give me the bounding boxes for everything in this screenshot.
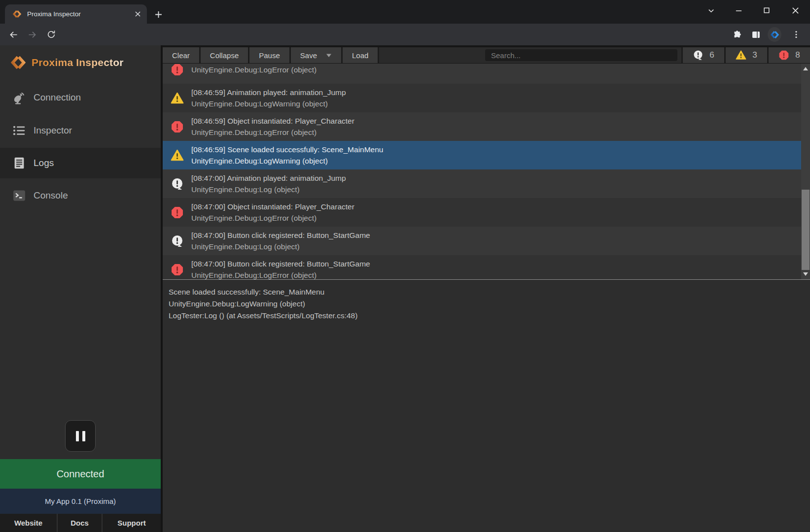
error-octagon-icon — [171, 206, 184, 219]
log-message: [08:47:00] Object instantiated: Player_C… — [191, 201, 801, 212]
brand: Proxima Inspector — [11, 55, 124, 70]
log-row[interactable]: [08:47:00] Button click registered: Butt… — [163, 255, 801, 279]
log-row[interactable]: [08:46:59] Scene loaded successfully: Sc… — [163, 141, 801, 169]
log-stacktrace: UnityEngine.Debug:Log (object) — [191, 184, 801, 195]
log-row[interactable]: [08:47:00] Button click registered: Butt… — [163, 227, 801, 255]
footer-link-docs[interactable]: Docs — [57, 514, 102, 532]
log-row[interactable]: [08:47:00] Animation played: animation_J… — [163, 169, 801, 198]
error-octagon-icon — [171, 263, 184, 276]
sidebar-footer: Website Docs Support — [0, 514, 161, 532]
log-row[interactable]: UnityEngine.Debug:LogError (object) — [163, 64, 801, 84]
save-dropdown-caret-icon[interactable] — [326, 53, 332, 58]
error-octagon-icon — [171, 120, 184, 133]
search-input[interactable] — [485, 49, 677, 61]
app-info-bar: My App 0.1 (Proxima) — [0, 489, 161, 514]
detail-line: UnityEngine.Debug:LogWarning (object) — [169, 298, 804, 310]
tab-title: Proxima Inspector — [27, 10, 133, 18]
scroll-up-arrow-icon[interactable] — [803, 67, 808, 70]
log-stacktrace: UnityEngine.Debug:LogWarning (object) — [191, 98, 801, 109]
log-stacktrace: UnityEngine.Debug:LogError (object) — [191, 127, 801, 138]
sidebar-item-label: Connection — [34, 92, 81, 103]
error-count-filter[interactable]: 8 — [767, 47, 810, 63]
back-button[interactable] — [7, 28, 20, 41]
browser-titlebar: Proxima Inspector — [0, 0, 810, 24]
sidebar: Proxima Inspector Connection — [0, 45, 163, 532]
list-icon — [12, 123, 27, 138]
warning-count: 3 — [752, 50, 757, 60]
warning-triangle-icon — [171, 149, 184, 162]
log-scrollbar[interactable] — [801, 64, 810, 279]
sidebar-item-label: Logs — [34, 158, 54, 168]
document-icon — [12, 156, 27, 170]
log-stacktrace: UnityEngine.Debug:LogError (object) — [191, 212, 801, 224]
reload-button[interactable] — [45, 28, 58, 41]
log-stacktrace: UnityEngine.Debug:Log (object) — [191, 241, 801, 252]
log-row[interactable]: [08:46:59] Object instantiated: Player_C… — [163, 112, 801, 141]
info-bubble-icon — [171, 177, 184, 191]
log-stacktrace: UnityEngine.Debug:LogError (object) — [191, 64, 801, 75]
footer-link-website[interactable]: Website — [0, 514, 57, 532]
new-tab-button[interactable] — [152, 8, 165, 21]
log-row[interactable]: [08:46:59] Animation played: animation_J… — [163, 84, 801, 112]
sidebar-item-logs[interactable]: Logs — [0, 148, 161, 178]
load-button[interactable]: Load — [343, 47, 379, 63]
proxima-app: Proxima Inspector Connection — [0, 45, 810, 532]
pause-logs-button[interactable]: Pause — [249, 47, 291, 63]
browser-navbar: Not secure | https://10.0.0.216:7759/log… — [0, 24, 810, 45]
log-list: UnityEngine.Debug:LogError (object) [08:… — [163, 64, 801, 279]
window-close-button[interactable] — [788, 3, 803, 18]
footer-link-support[interactable]: Support — [102, 514, 161, 532]
proxima-logo-icon — [11, 55, 26, 70]
clear-button[interactable]: Clear — [163, 47, 201, 63]
scroll-down-arrow-icon[interactable] — [803, 272, 808, 276]
sidebar-item-connection[interactable]: Connection — [0, 86, 161, 109]
log-count: 6 — [709, 50, 714, 60]
pause-icon — [76, 431, 85, 441]
tab-search-chevron-icon[interactable] — [704, 3, 718, 18]
tab-favicon-proxima-icon — [13, 10, 21, 18]
forward-button[interactable] — [26, 28, 38, 41]
extensions-puzzle-icon[interactable] — [730, 28, 744, 41]
log-list-viewport: UnityEngine.Debug:LogError (object) [08:… — [163, 64, 810, 279]
satellite-icon — [12, 90, 27, 105]
log-stacktrace: UnityEngine.Debug:LogError (object) — [191, 269, 801, 279]
profile-avatar[interactable] — [768, 28, 781, 41]
log-row[interactable]: [08:47:00] Object instantiated: Player_C… — [163, 198, 801, 227]
sidebar-item-label: Console — [34, 190, 68, 201]
scrollbar-thumb[interactable] — [802, 190, 810, 270]
window-minimize-button[interactable] — [731, 3, 746, 18]
warning-triangle-icon — [736, 50, 746, 61]
log-count-filter[interactable]: 6 — [681, 47, 724, 63]
warning-triangle-icon — [171, 92, 184, 105]
screen: Proxima Inspector — [0, 0, 810, 532]
log-message: [08:47:00] Animation played: animation_J… — [191, 172, 801, 184]
connection-pause-button[interactable] — [65, 420, 96, 452]
info-bubble-icon — [693, 50, 704, 61]
log-message: [08:46:59] Animation played: animation_J… — [191, 87, 801, 98]
log-stacktrace: UnityEngine.Debug:LogWarning (object) — [191, 155, 801, 166]
error-octagon-icon — [171, 64, 184, 76]
window-maximize-button[interactable] — [759, 3, 774, 18]
app-info-label: My App 0.1 (Proxima) — [45, 497, 116, 505]
warning-count-filter[interactable]: 3 — [724, 47, 767, 63]
collapse-button[interactable]: Collapse — [201, 47, 249, 63]
tab-close-icon[interactable] — [133, 10, 142, 19]
browser-tab[interactable]: Proxima Inspector — [5, 4, 147, 24]
terminal-icon — [12, 188, 27, 203]
brand-title: Proxima Inspector — [32, 57, 124, 68]
error-count: 8 — [795, 50, 800, 60]
log-message: [08:46:59] Scene loaded successfully: Sc… — [191, 144, 801, 155]
sidebar-item-inspector[interactable]: Inspector — [0, 119, 161, 142]
log-message: [08:47:00] Button click registered: Butt… — [191, 258, 801, 269]
error-octagon-icon — [778, 50, 789, 61]
save-button[interactable]: Save — [291, 47, 343, 63]
side-panel-icon[interactable] — [749, 28, 763, 41]
sidebar-item-console[interactable]: Console — [0, 184, 161, 207]
logs-toolbar: Clear Collapse Pause Save Load — [163, 45, 810, 64]
detail-line: LogTester:Log () (at Assets/TestScripts/… — [169, 310, 804, 322]
log-message: [08:46:59] Object instantiated: Player_C… — [191, 115, 801, 127]
connection-status-label: Connected — [57, 468, 105, 480]
detail-line: Scene loaded successfully: Scene_MainMen… — [169, 286, 804, 298]
browser-menu-kebab-icon[interactable] — [789, 28, 803, 41]
sidebar-item-label: Inspector — [34, 125, 72, 136]
